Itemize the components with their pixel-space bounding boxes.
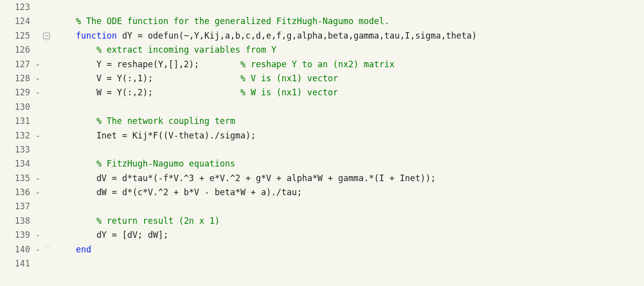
code-span: Y = reshape(Y,[],2); xyxy=(55,59,240,69)
code-text[interactable]: % The network coupling term xyxy=(55,114,235,128)
fold-gutter[interactable] xyxy=(42,29,55,43)
keyword-span: end xyxy=(76,244,91,254)
code-span: dV = d*tau*(-f*V.^3 + e*V.^2 + g*V + alp… xyxy=(55,173,436,183)
code-line[interactable]: 131 % The network coupling term xyxy=(0,114,644,128)
code-text[interactable]: % FitzHugh-Nagumo equations xyxy=(55,157,235,171)
code-line[interactable]: 136- dW = d*(c*V.^2 + b*V - beta*W + a).… xyxy=(0,185,644,199)
code-text[interactable]: dV = d*tau*(-f*V.^3 + e*V.^2 + g*V + alp… xyxy=(55,171,436,185)
code-line[interactable]: 138 % return result (2n x 1) xyxy=(0,214,644,228)
code-span: dW = d*(c*V.^2 + b*V - beta*W + a)./tau; xyxy=(55,187,302,197)
comment-span: % W is (nx1) vector xyxy=(240,87,338,97)
line-number: 126 xyxy=(0,43,33,57)
code-text[interactable]: dY = [dV; dW]; xyxy=(55,228,168,242)
code-line[interactable]: 133 xyxy=(0,142,644,157)
code-line[interactable]: 127- Y = reshape(Y,[],2); % reshape Y to… xyxy=(0,57,644,71)
comment-span: % The ODE function for the generalized F… xyxy=(76,16,389,26)
code-text[interactable]: V = Y(:,1); % V is (nx1) vector xyxy=(55,71,338,85)
breakpoint-gutter[interactable]: - xyxy=(33,85,42,99)
code-span: Inet = Kij*F((V-theta)./sigma); xyxy=(55,130,256,140)
keyword-span: function xyxy=(76,31,122,41)
code-text[interactable]: function dY = odefun(~,Y,Kij,a,b,c,d,e,f… xyxy=(55,29,477,43)
code-text[interactable]: end xyxy=(55,242,91,256)
code-text[interactable]: % return result (2n x 1) xyxy=(55,214,220,228)
code-span xyxy=(55,216,96,226)
line-number: 135 xyxy=(0,171,33,185)
line-number: 123 xyxy=(0,0,33,14)
code-line[interactable]: 126 % extract incoming variables from Y xyxy=(0,43,644,57)
line-number: 131 xyxy=(0,114,33,128)
code-span xyxy=(55,45,96,55)
code-line[interactable]: 129- W = Y(:,2); % W is (nx1) vector xyxy=(0,85,644,99)
code-line[interactable]: 139- dY = [dV; dW]; xyxy=(0,228,644,242)
comment-span: % extract incoming variables from Y xyxy=(96,45,276,55)
code-span xyxy=(55,244,76,254)
line-number: 128 xyxy=(0,71,33,85)
breakpoint-gutter[interactable]: - xyxy=(33,228,42,242)
line-number: 130 xyxy=(0,100,33,114)
code-line[interactable]: 141 xyxy=(0,256,644,270)
line-number: 139 xyxy=(0,228,33,242)
code-editor[interactable]: 123124 % The ODE function for the genera… xyxy=(0,0,644,270)
comment-span: % The network coupling term xyxy=(96,116,235,126)
code-line[interactable]: 140- end xyxy=(0,242,644,256)
breakpoint-gutter[interactable]: - xyxy=(33,185,42,199)
code-span: dY = odefun(~,Y,Kij,a,b,c,d,e,f,g,alpha,… xyxy=(122,31,477,41)
line-number: 137 xyxy=(0,199,33,213)
code-text[interactable]: dW = d*(c*V.^2 + b*V - beta*W + a)./tau; xyxy=(55,185,302,199)
code-span xyxy=(55,159,96,169)
code-text[interactable]: % extract incoming variables from Y xyxy=(55,43,276,57)
line-number: 127 xyxy=(0,57,33,71)
line-number: 129 xyxy=(0,85,33,99)
comment-span: % return result (2n x 1) xyxy=(96,216,220,226)
code-line[interactable]: 124 % The ODE function for the generaliz… xyxy=(0,14,644,28)
line-number: 134 xyxy=(0,157,33,171)
code-text[interactable]: Inet = Kij*F((V-theta)./sigma); xyxy=(55,128,256,142)
line-number: 124 xyxy=(0,14,33,28)
line-number: 138 xyxy=(0,214,33,228)
code-line[interactable]: 125 function dY = odefun(~,Y,Kij,a,b,c,d… xyxy=(0,29,644,43)
comment-span: % FitzHugh-Nagumo equations xyxy=(96,159,235,169)
breakpoint-gutter[interactable]: - xyxy=(33,57,42,71)
code-text[interactable]: Y = reshape(Y,[],2); % reshape Y to an (… xyxy=(55,57,395,71)
code-line[interactable]: 132- Inet = Kij*F((V-theta)./sigma); xyxy=(0,128,644,142)
line-number: 132 xyxy=(0,128,33,142)
line-number: 136 xyxy=(0,185,33,199)
code-line[interactable]: 128- V = Y(:,1); % V is (nx1) vector xyxy=(0,71,644,85)
breakpoint-gutter[interactable]: - xyxy=(33,171,42,185)
comment-span: % reshape Y to an (nx2) matrix xyxy=(240,59,394,69)
breakpoint-gutter[interactable]: - xyxy=(33,242,42,256)
code-span: V = Y(:,1); xyxy=(55,73,240,83)
code-line[interactable]: 134 % FitzHugh-Nagumo equations xyxy=(0,157,644,171)
code-span: dY = [dV; dW]; xyxy=(55,230,168,240)
code-text[interactable]: W = Y(:,2); % W is (nx1) vector xyxy=(55,85,338,99)
code-span xyxy=(55,31,76,41)
code-span: W = Y(:,2); xyxy=(55,87,240,97)
code-span xyxy=(55,116,96,126)
code-line[interactable]: 123 xyxy=(0,0,644,14)
breakpoint-gutter[interactable]: - xyxy=(33,71,42,85)
code-line[interactable]: 135- dV = d*tau*(-f*V.^3 + e*V.^2 + g*V … xyxy=(0,171,644,185)
comment-span: % V is (nx1) vector xyxy=(240,73,338,83)
line-number: 133 xyxy=(0,142,33,157)
code-line[interactable]: 137 xyxy=(0,199,644,213)
code-text[interactable]: % The ODE function for the generalized F… xyxy=(55,14,389,28)
fold-toggle-icon[interactable] xyxy=(43,33,50,39)
code-span xyxy=(55,16,76,26)
line-number: 141 xyxy=(0,256,33,270)
code-line[interactable]: 130 xyxy=(0,100,644,114)
line-number: 125 xyxy=(0,29,33,43)
breakpoint-gutter[interactable]: - xyxy=(33,128,42,142)
line-number: 140 xyxy=(0,242,33,256)
